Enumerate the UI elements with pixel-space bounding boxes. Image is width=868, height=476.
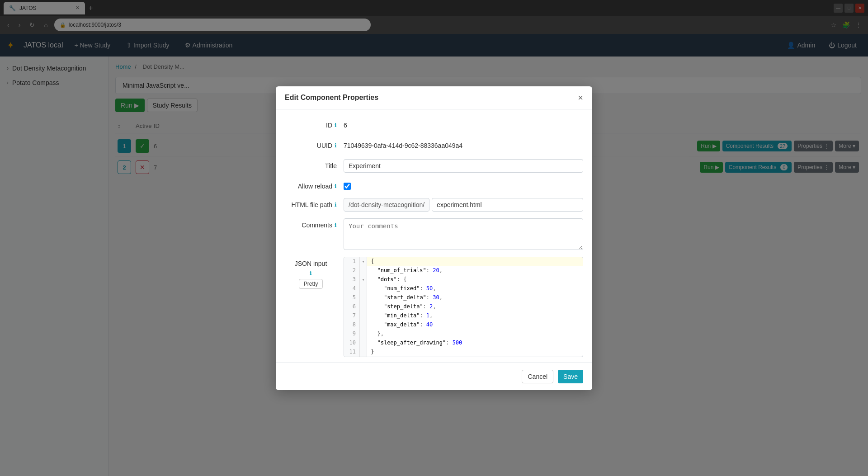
allow-reload-info-icon[interactable]: ℹ bbox=[335, 183, 337, 189]
html-path-field: /dot-density-metacognition/ bbox=[344, 198, 583, 212]
json-line-9: 9 }, bbox=[344, 330, 583, 339]
comments-textarea[interactable] bbox=[344, 218, 583, 250]
json-line-1: 1 ▾ { bbox=[344, 257, 583, 266]
html-path-info-icon[interactable]: ℹ bbox=[335, 202, 337, 208]
html-path-prefix: /dot-density-metacognition/ bbox=[344, 198, 429, 212]
pretty-button[interactable]: Pretty bbox=[299, 279, 323, 289]
modal-body: ID ℹ 6 UUID ℹ 71049639-0afa-414d-9c62-88… bbox=[276, 109, 592, 363]
html-path-group: HTML file path ℹ /dot-density-metacognit… bbox=[285, 198, 583, 212]
uuid-info-icon[interactable]: ℹ bbox=[335, 142, 337, 149]
allow-reload-label: Allow reload ℹ bbox=[285, 179, 344, 190]
json-line-2: 2 "num_of_trials": 20, bbox=[344, 266, 583, 275]
json-line-5: 5 "start_delta": 30, bbox=[344, 293, 583, 302]
uuid-label: UUID ℹ bbox=[285, 139, 344, 149]
html-path-label: HTML file path ℹ bbox=[285, 198, 344, 208]
modal-header: Edit Component Properties × bbox=[276, 86, 592, 109]
edit-component-modal: Edit Component Properties × ID ℹ 6 UUID … bbox=[276, 86, 592, 390]
id-value: 6 bbox=[344, 118, 583, 132]
modal-title: Edit Component Properties bbox=[285, 94, 378, 102]
json-line-11: 11 } bbox=[344, 348, 583, 357]
modal-overlay: Edit Component Properties × ID ℹ 6 UUID … bbox=[0, 0, 868, 476]
id-info-icon[interactable]: ℹ bbox=[335, 122, 337, 128]
html-path-file-input[interactable] bbox=[432, 198, 583, 212]
allow-reload-checkbox[interactable] bbox=[344, 183, 351, 190]
uuid-field-group: UUID ℹ 71049639-0afa-414d-9c62-88336aa04… bbox=[285, 139, 583, 152]
json-line-8: 8 "max_delta": 40 bbox=[344, 320, 583, 330]
json-collapse-1[interactable]: ▾ bbox=[360, 257, 367, 266]
json-input-group: JSON input ℹ Pretty 1 ▾ { 2 "nu bbox=[285, 257, 583, 357]
json-line-7: 7 "min_delta": 1, bbox=[344, 311, 583, 320]
comments-label: Comments ℹ bbox=[285, 218, 344, 229]
allow-reload-checkbox-wrap bbox=[344, 179, 583, 191]
comments-info-icon[interactable]: ℹ bbox=[335, 222, 337, 228]
cancel-button[interactable]: Cancel bbox=[522, 370, 553, 383]
title-field-group: Title bbox=[285, 159, 583, 173]
title-label: Title bbox=[285, 159, 344, 170]
comments-group: Comments ℹ bbox=[285, 218, 583, 250]
allow-reload-group: Allow reload ℹ bbox=[285, 179, 583, 191]
id-label: ID ℹ bbox=[285, 118, 344, 129]
uuid-value: 71049639-0afa-414d-9c62-88336aa049a4 bbox=[344, 139, 583, 152]
save-button[interactable]: Save bbox=[558, 370, 583, 383]
json-line-10: 10 "sleep_after_drawing": 500 bbox=[344, 339, 583, 348]
json-editor[interactable]: 1 ▾ { 2 "num_of_trials": 20, 3 ▾ bbox=[344, 257, 583, 357]
json-line-4: 4 "num_fixed": 50, bbox=[344, 284, 583, 293]
modal-close-button[interactable]: × bbox=[578, 93, 583, 102]
title-input[interactable] bbox=[344, 159, 583, 173]
json-collapse-3[interactable]: ▾ bbox=[360, 275, 367, 284]
json-line-3: 3 ▾ "dots": { bbox=[344, 275, 583, 284]
modal-footer: Cancel Save bbox=[276, 363, 592, 390]
json-label-col: JSON input ℹ Pretty bbox=[285, 257, 344, 289]
json-line-6: 6 "step_delta": 2, bbox=[344, 302, 583, 311]
id-field-group: ID ℹ 6 bbox=[285, 118, 583, 132]
json-info-icon[interactable]: ℹ bbox=[310, 270, 312, 276]
